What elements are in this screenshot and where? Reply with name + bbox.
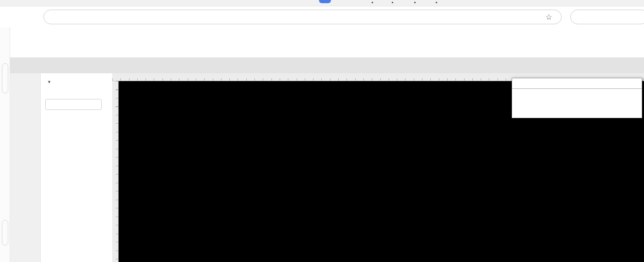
- browser-side-strip: [0, 27, 10, 262]
- browser-toolbar: ☆: [0, 6, 644, 27]
- side-strip-card: [2, 220, 8, 246]
- browser-search-box[interactable]: [570, 10, 644, 24]
- vertical-ruler: [112, 81, 119, 262]
- app-sidebar: [10, 73, 40, 262]
- project-filter-input[interactable]: [45, 99, 102, 110]
- pcb-tools-panel: [512, 78, 642, 118]
- workspace-selector[interactable]: ▼: [45, 78, 112, 85]
- reload-button[interactable]: [17, 10, 31, 24]
- project-tree: [41, 113, 112, 262]
- tab-mark: [436, 2, 437, 3]
- browser-tab-strip: [0, 0, 644, 6]
- pcb-tools-title[interactable]: [512, 78, 642, 89]
- project-panel: ▼: [40, 73, 112, 262]
- side-strip-card: [2, 63, 8, 93]
- search-input[interactable]: [583, 13, 624, 21]
- main-toolbar: [10, 43, 644, 58]
- tab-mark: [392, 2, 393, 3]
- tab-mark: [414, 2, 416, 3]
- active-browser-tab-indicator[interactable]: [319, 0, 331, 3]
- screen: ☆: [0, 0, 644, 262]
- menu-bar: [10, 27, 644, 43]
- document-tabs: [10, 58, 644, 73]
- pcb-canvas[interactable]: [112, 73, 644, 262]
- tab-mark: [372, 2, 373, 3]
- address-bar[interactable]: ☆: [43, 10, 562, 24]
- favorite-star-icon[interactable]: ☆: [541, 12, 557, 22]
